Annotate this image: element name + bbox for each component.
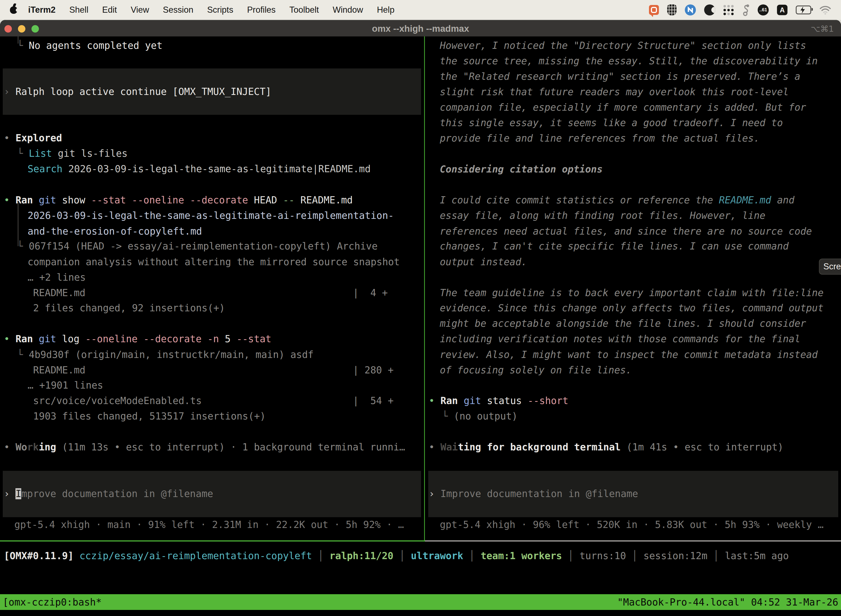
mode-badge: ultrawork	[411, 550, 463, 561]
terminal-content[interactable]: └ No agents completed yet› Ralph loop ac…	[0, 37, 841, 616]
apple-menu-icon[interactable]	[10, 6, 18, 14]
menu-item-toolbelt[interactable]: Toolbelt	[283, 5, 326, 15]
menu-item-scripts[interactable]: Scripts	[200, 5, 240, 15]
text-segment: │	[463, 550, 481, 561]
menu-item-session[interactable]: Session	[156, 5, 200, 15]
text-segment	[74, 550, 79, 561]
tmux-session-label[interactable]: [omx-cczip0:bash*	[3, 597, 101, 608]
wifi-icon[interactable]	[819, 5, 831, 15]
text-segment: │	[708, 550, 725, 561]
screen-tooltip: Scre	[819, 259, 841, 274]
turns-counter: turns:10	[579, 550, 626, 561]
menu-item-iterm2[interactable]: iTerm2	[21, 5, 62, 15]
menu-item-help[interactable]: Help	[370, 5, 401, 15]
omx-status-bar: [OMX#0.11.9] cczip/essay/ai-reimplementa…	[0, 37, 841, 616]
text-segment: │	[626, 550, 643, 561]
team-counter: team:1 workers	[481, 550, 562, 561]
dots-grid-icon[interactable]	[724, 5, 734, 15]
window-title: omx --xhigh --madmax	[0, 21, 841, 37]
menu-item-window[interactable]: Window	[326, 5, 370, 15]
text-segment: │	[562, 550, 579, 561]
shield-icon[interactable]	[667, 4, 677, 15]
text-segment: │	[312, 550, 330, 561]
ralph-counter: ralph:11/20	[330, 550, 393, 561]
menu-item-edit[interactable]: Edit	[95, 5, 124, 15]
pie-icon[interactable]	[704, 4, 715, 15]
screenshot-icon[interactable]	[649, 5, 659, 15]
window-title-bar[interactable]: omx --xhigh --madmax ⌥⌘1	[0, 20, 841, 37]
session-duration: session:12m	[643, 550, 708, 561]
keyboard-layout-icon[interactable]: A	[777, 5, 787, 15]
omx-version: [OMX#0.11.9]	[4, 550, 74, 561]
menu-item-view[interactable]: View	[124, 5, 156, 15]
window-shortcut-badge: ⌥⌘1	[811, 21, 834, 37]
menu-bar-status-icons: ..61 A	[649, 0, 841, 20]
tmux-status-bar: [omx-cczip0:bash* "MacBook-Pro-44.local"…	[0, 594, 841, 610]
text-segment: │	[393, 550, 411, 561]
iterm2-window: omx --xhigh --madmax ⌥⌘1 └ No agents com…	[0, 20, 841, 616]
last-activity: last:5m ago	[725, 550, 789, 561]
omx-status-line: [OMX#0.11.9] cczip/essay/ai-reimplementa…	[4, 548, 789, 563]
menu-bar: iTerm2 Shell Edit View Session Scripts P…	[0, 0, 841, 20]
screen-tooltip-text: Scre	[823, 262, 841, 271]
sync-icon[interactable]	[685, 4, 696, 15]
hook-icon[interactable]	[742, 4, 749, 16]
battery-icon[interactable]	[796, 6, 811, 14]
menu-item-shell[interactable]: Shell	[62, 5, 95, 15]
menu-item-profiles[interactable]: Profiles	[240, 5, 282, 15]
badge-61-icon[interactable]: ..61	[757, 4, 769, 15]
workspace-path: cczip/essay/ai-reimplementation-copyleft	[79, 550, 312, 561]
tmux-host-clock: "MacBook-Pro-44.local" 04:52 31-Mar-26	[617, 597, 838, 608]
